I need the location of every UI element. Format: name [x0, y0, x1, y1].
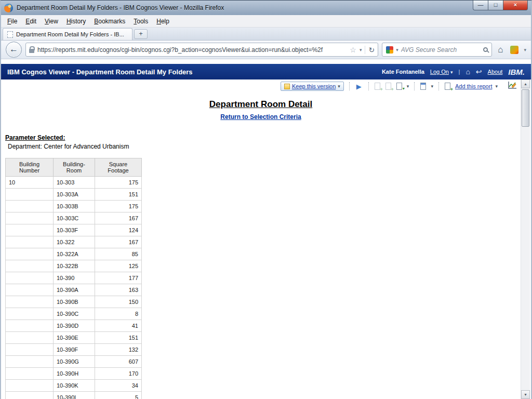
menu-item[interactable]: View — [41, 16, 62, 26]
table-header-row: Building Number Building-Room Square Foo… — [6, 158, 142, 177]
building-room-cell: 10-303C — [54, 212, 95, 224]
firefox-window: Department Room Detail My Folders - IBM … — [0, 0, 532, 399]
log-on-menu[interactable]: Log On ▾ — [430, 69, 453, 75]
building-room-cell: 10-390F — [54, 344, 95, 356]
view-format-dropdown-icon[interactable]: ▾ — [431, 84, 433, 89]
building-number-cell — [6, 284, 54, 296]
drill-up-button[interactable]: + — [385, 83, 393, 90]
cognos-header-right: Kate Fontanella Log On ▾ | ⌂ ↩ About IBM… — [382, 68, 525, 76]
menu-item[interactable]: Help — [152, 16, 174, 26]
window-controls: — □ × — [473, 1, 528, 10]
log-on-link[interactable]: Log On — [430, 69, 449, 75]
building-number-cell — [6, 224, 54, 236]
table-body: 10 10-303 175 10-303A 151 10-303B 175 — [6, 177, 142, 399]
close-button[interactable]: × — [503, 1, 528, 10]
scroll-down-icon[interactable]: ▾ — [521, 390, 530, 399]
return-to-selection-criteria-link[interactable]: Return to Selection Criteria — [1, 113, 521, 121]
url-text[interactable]: https://reports.mit.edu/cognos/cgi-bin/c… — [37, 46, 347, 54]
home-button[interactable]: ⌂ — [496, 44, 505, 56]
cognos-header: IBM Cognos Viewer - Department Room Deta… — [1, 64, 531, 79]
building-room-cell: 10-303F — [54, 224, 95, 236]
about-link[interactable]: About — [488, 69, 503, 75]
toolbar-overflow-chevron-icon[interactable]: ▾ — [524, 47, 526, 52]
square-footage-cell: 132 — [95, 344, 142, 356]
menu-item[interactable]: Tools — [129, 16, 152, 26]
square-footage-cell: 41 — [95, 320, 142, 332]
square-footage-cell: 150 — [95, 296, 142, 308]
vertical-scrollbar[interactable]: ▴ ▾ — [521, 79, 530, 399]
drill-down-button[interactable]: + — [374, 83, 382, 90]
minimize-button[interactable]: — — [473, 1, 488, 10]
active-tab[interactable]: Department Room Detail My Folders - IB..… — [3, 28, 132, 40]
url-bar[interactable]: https://reports.mit.edu/cognos/cgi-bin/c… — [25, 43, 378, 57]
building-room-cell: 10-390A — [54, 284, 95, 296]
chart-tools-icon[interactable] — [508, 81, 517, 91]
table-row: 10-322 167 — [6, 236, 142, 248]
tab-favicon-icon — [7, 31, 13, 38]
cognos-return-icon[interactable]: ↩ — [476, 68, 482, 76]
building-room-cell: 10-322 — [54, 236, 95, 248]
search-icon[interactable] — [483, 47, 488, 52]
reload-icon[interactable]: ↻ — [365, 46, 375, 54]
cognos-home-icon[interactable]: ⌂ — [466, 68, 470, 76]
table-row: 10-322A 85 — [6, 248, 142, 260]
building-room-cell: 10-390D — [54, 320, 95, 332]
bookmark-star-icon[interactable]: ☆ — [350, 46, 356, 54]
building-number-cell — [6, 380, 54, 392]
save-dropdown-icon[interactable]: ▾ — [407, 84, 409, 89]
square-footage-cell: 125 — [95, 260, 142, 272]
building-room-cell: 10-390G — [54, 356, 95, 368]
building-room-cell: 10-390B — [54, 296, 95, 308]
menu-item[interactable]: Bookmarks — [90, 16, 129, 26]
new-tab-button[interactable]: + — [134, 29, 148, 39]
report-toolbar: Keep this version ▾ ▶ + + ▾ ▾ ▾ + Add th… — [1, 79, 531, 93]
search-engine-dropdown-icon[interactable]: ▾ — [396, 47, 398, 52]
titlebar: Department Room Detail My Folders - IBM … — [1, 1, 531, 15]
square-footage-cell: 167 — [95, 236, 142, 248]
extension-button[interactable] — [509, 45, 520, 55]
table-row: 10-390G 607 — [6, 356, 142, 368]
search-bar[interactable]: ▾ AVG Secure Search — [382, 43, 492, 57]
table-row: 10-303C 167 — [6, 212, 142, 224]
building-number-cell — [6, 212, 54, 224]
table-row: 10-390L 5 — [6, 392, 142, 399]
menu-item[interactable]: Edit — [21, 16, 41, 26]
add-report-dropdown-icon[interactable]: ▾ — [495, 84, 498, 89]
keep-version-icon — [284, 84, 290, 89]
square-footage-cell: 163 — [95, 284, 142, 296]
building-room-cell: 10-390 — [54, 272, 95, 284]
building-room-cell: 10-390K — [54, 380, 95, 392]
square-footage-cell: 5 — [95, 392, 142, 399]
toolbar-separator — [438, 82, 439, 90]
menu-item[interactable]: History — [62, 16, 90, 26]
maximize-button[interactable]: □ — [488, 1, 503, 10]
building-room-cell: 10-322A — [54, 248, 95, 260]
back-button[interactable]: ← — [6, 42, 22, 58]
save-report-button[interactable]: ▾ — [396, 83, 404, 90]
building-room-cell: 10-303B — [54, 201, 95, 212]
navigation-bar: ← https://reports.mit.edu/cognos/cgi-bin… — [1, 41, 531, 59]
keep-this-version-button[interactable]: Keep this version ▾ — [281, 82, 344, 91]
table-row: 10-322B 125 — [6, 260, 142, 272]
tab-bar: Department Room Detail My Folders - IB..… — [1, 28, 531, 41]
avg-logo-icon — [386, 46, 393, 54]
add-this-report-button[interactable]: Add this report — [455, 83, 493, 89]
building-number-cell — [6, 332, 54, 344]
building-number-cell — [6, 201, 54, 212]
toolbar-separator — [414, 82, 415, 90]
log-on-dropdown-icon: ▾ — [450, 70, 453, 75]
square-footage-cell: 607 — [95, 356, 142, 368]
building-number-cell — [6, 356, 54, 368]
table-row: 10-303F 124 — [6, 224, 142, 236]
search-input[interactable]: AVG Secure Search — [401, 46, 481, 54]
view-format-button[interactable] — [420, 83, 428, 90]
table-row: 10-390K 34 — [6, 380, 142, 392]
building-number-cell — [6, 320, 54, 332]
run-report-button[interactable]: ▶ — [355, 83, 363, 90]
scroll-up-icon[interactable]: ▴ — [521, 79, 530, 88]
scrollbar-thumb[interactable] — [522, 89, 529, 127]
menu-item[interactable]: File — [3, 16, 21, 26]
square-footage-cell: 170 — [95, 368, 142, 380]
url-dropdown-icon[interactable]: ▾ — [360, 47, 362, 52]
table-header-cell: Building Number — [6, 158, 54, 177]
